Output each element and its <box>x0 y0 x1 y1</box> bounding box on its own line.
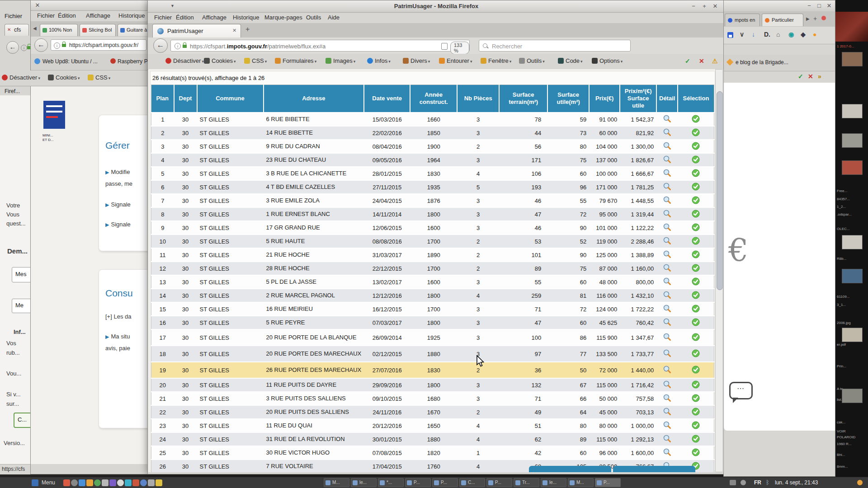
table-row[interactable]: 1630ST GILLES5 RUE PEYRE07/03/2017180034… <box>151 316 714 329</box>
detail-magnifier-icon[interactable] <box>656 262 678 275</box>
table-row[interactable]: 1230ST GILLES28 RUE HOCHE22/12/201517002… <box>151 262 714 275</box>
d-icon[interactable]: D. <box>764 31 770 38</box>
detail-magnifier-icon[interactable] <box>656 194 678 207</box>
selection-check-icon[interactable] <box>678 346 714 362</box>
tab-patrimusager[interactable]: PatrimUsager ✕ <box>152 24 241 38</box>
menu-fichier[interactable]: Fichier <box>37 12 55 19</box>
detail-magnifier-icon[interactable] <box>656 316 678 329</box>
taskbar-window-button[interactable]: P... <box>432 478 458 487</box>
taskbar-app-icon[interactable] <box>125 479 132 486</box>
table-row[interactable]: 630ST GILLES4 T BD EMILE CAZELLES27/11/2… <box>151 180 714 194</box>
taskbar-window-button[interactable]: le... <box>541 478 566 487</box>
file-label[interactable]: 8mm... <box>837 465 848 469</box>
webdev-css[interactable]: CSS▾ <box>88 74 110 81</box>
file-label[interactable]: R8b... <box>837 257 846 261</box>
status-dot-icon[interactable] <box>857 480 863 485</box>
selection-check-icon[interactable] <box>678 446 714 460</box>
pagination-button-partial[interactable] <box>529 466 611 472</box>
chevron-down-icon[interactable]: ∨ <box>740 31 744 38</box>
save-icon[interactable] <box>727 32 733 38</box>
search-bar[interactable]: Rechercher <box>479 40 631 52</box>
vertical-scrollbar[interactable] <box>715 69 723 472</box>
selection-check-icon[interactable] <box>678 167 714 180</box>
menu-dition[interactable]: Édition <box>58 12 76 19</box>
zoom-level-badge[interactable]: 133 % <box>450 42 469 54</box>
file-label[interactable]: 2006.jpg <box>837 321 851 325</box>
close-window-icon[interactable]: ✕ <box>33 1 42 9</box>
file-label[interactable]: OLEC... <box>837 227 849 231</box>
file-label[interactable]: Bhi... <box>837 453 845 457</box>
reader-mode-icon[interactable] <box>441 43 448 50</box>
table-row[interactable]: 2330ST GILLES11 RUE DU QUAI20/12/2016165… <box>151 419 714 432</box>
selection-check-icon[interactable] <box>678 180 714 194</box>
file-thumbnail[interactable] <box>842 328 863 342</box>
green-button-fragment[interactable]: C... <box>14 413 33 428</box>
tab-close-icon[interactable]: ✕ <box>7 27 11 32</box>
table-row[interactable]: 2530ST GILLES30 RUE VICTOR HUGO07/08/201… <box>151 446 714 460</box>
taskbar-window-button[interactable]: M... <box>324 478 349 487</box>
home-icon[interactable]: ⌂ <box>776 31 780 38</box>
taskbar-window-button[interactable]: Tr... <box>514 478 539 487</box>
table-row[interactable]: 730ST GILLES3 RUE EMILE ZOLA24/04/201518… <box>151 194 714 207</box>
back-button[interactable]: ← <box>153 38 168 53</box>
tab-scroll-right-icon[interactable]: ▶ <box>806 16 810 21</box>
input-box-me[interactable]: Me <box>12 299 32 313</box>
selection-check-icon[interactable] <box>678 221 714 235</box>
selection-check-icon[interactable] <box>678 316 714 329</box>
selection-check-icon[interactable] <box>678 113 714 126</box>
taskbar-window-button[interactable]: le... <box>351 478 377 487</box>
taskbar-app-icon[interactable] <box>156 479 162 486</box>
tab-slicing-bol[interactable]: Slicing Bol <box>80 24 116 36</box>
menu-fichier-left[interactable]: Fichier <box>5 13 22 19</box>
webdev-code[interactable]: Code▾ <box>558 57 583 64</box>
tab-100--non[interactable]: 100% Non <box>40 24 78 36</box>
selection-check-icon[interactable] <box>678 405 714 419</box>
detail-magnifier-icon[interactable] <box>656 405 678 419</box>
taskbar-app-icon[interactable] <box>94 479 101 486</box>
file-label[interactable]: VOIR <box>837 429 846 433</box>
tab-scroll-left-icon[interactable]: ◀ <box>33 26 37 31</box>
keyboard-layout-indicator[interactable]: FR <box>754 479 761 486</box>
detail-magnifier-icon[interactable] <box>656 346 678 362</box>
table-row[interactable]: 2130ST GILLES3 RUE PUITS DES SALLIENS09/… <box>151 392 714 405</box>
detail-magnifier-icon[interactable] <box>656 446 678 460</box>
webdev-formulaires[interactable]: Formulaires▾ <box>275 57 316 64</box>
webdev-fentre[interactable]: Fenêtre▾ <box>481 57 511 64</box>
webdev-cookies[interactable]: Cookies▾ <box>48 74 80 81</box>
addon-teal-icon[interactable]: ◉ <box>788 31 794 38</box>
menu-dition[interactable]: Édition <box>176 14 194 21</box>
selection-check-icon[interactable] <box>678 248 714 262</box>
selection-check-icon[interactable] <box>678 235 714 248</box>
detail-magnifier-icon[interactable] <box>656 432 678 446</box>
front-titlebar[interactable]: ▼ PatrimUsager - Mozilla Firefox − + ✕ <box>148 0 725 13</box>
selection-check-icon[interactable] <box>678 153 714 167</box>
taskbar-window-button[interactable]: *... <box>378 478 404 487</box>
input-method-icon[interactable] <box>730 480 736 485</box>
taskbar-window-button[interactable]: M... <box>568 478 594 487</box>
menu-aide[interactable]: Aide <box>328 14 340 21</box>
table-row[interactable]: 230ST GILLES14 RUE BIBETTE22/02/20161850… <box>151 126 714 140</box>
addon-shield-icon[interactable]: ◆ <box>801 31 806 38</box>
applications-menu-label[interactable]: Menu <box>42 479 55 486</box>
taskbar-app-icon[interactable] <box>102 479 108 486</box>
webdev-outils[interactable]: Outils▾ <box>519 57 545 64</box>
webdev-options[interactable]: Options▾ <box>592 57 623 64</box>
url-bar[interactable]: i https://cfspart.impots.gouv.fr/ <box>51 39 146 51</box>
webdev-infos[interactable]: Infos▾ <box>367 57 391 64</box>
file-thumbnail[interactable] <box>842 104 863 118</box>
webdev-cookies[interactable]: Cookies▾ <box>204 57 236 64</box>
selection-check-icon[interactable] <box>678 140 714 153</box>
file-label[interactable]: POLAROID <box>837 435 855 439</box>
detail-magnifier-icon[interactable] <box>656 275 678 289</box>
detail-magnifier-icon[interactable] <box>656 329 678 346</box>
addon-flame-icon[interactable]: ● <box>813 31 816 38</box>
file-thumbnail[interactable] <box>842 389 863 403</box>
error-icon[interactable]: ✕ <box>808 73 813 80</box>
webdev-dsactiver[interactable]: Désactiver▾ <box>2 74 40 81</box>
applications-menu-icon[interactable] <box>32 479 38 486</box>
tab-close-icon[interactable]: ✕ <box>232 28 236 33</box>
webdev-images[interactable]: Images▾ <box>326 57 355 64</box>
close-icon[interactable]: ✕ <box>825 2 833 10</box>
menu-marquepages[interactable]: Marque-pages <box>264 14 302 21</box>
file-label[interactable]: cak... <box>837 420 845 424</box>
